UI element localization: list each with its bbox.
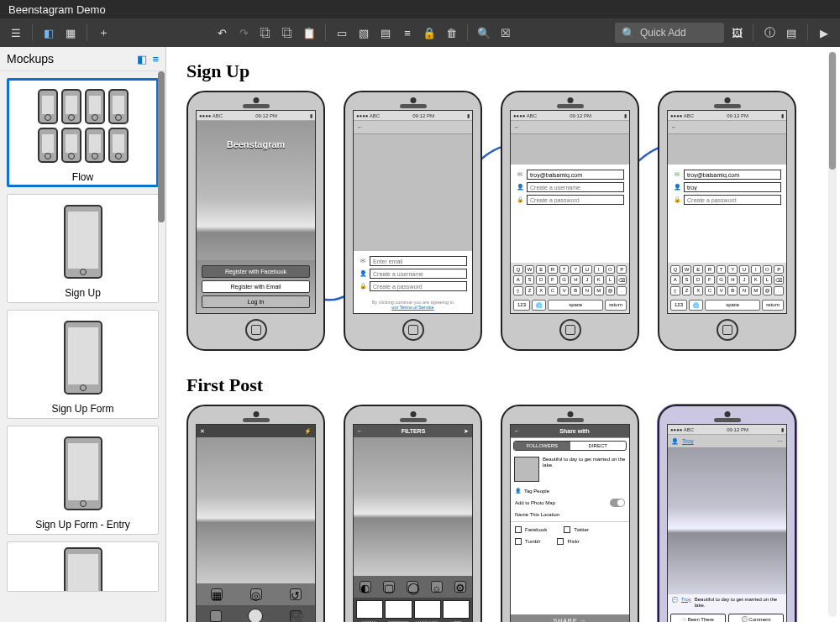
phone-mockup[interactable]: ●●●● ABC09:12 PM▮ Beenstagram Register w… bbox=[186, 91, 325, 351]
password-field[interactable] bbox=[527, 195, 624, 205]
markup-toggle-icon[interactable]: ☒ bbox=[496, 24, 515, 42]
share-tabs[interactable]: FOLLOWERSDIRECT bbox=[513, 441, 627, 451]
phone-mockup[interactable]: ←FILTERS➤ ◐ ▢ ◯ ☼ ⚙ NORMALESPRESSOMACCHI… bbox=[344, 405, 482, 622]
back-icon[interactable]: ← bbox=[357, 428, 363, 434]
sidebar-list-icon[interactable]: ≡ bbox=[152, 53, 159, 65]
username-field[interactable] bbox=[684, 182, 781, 192]
home-button[interactable] bbox=[402, 319, 424, 341]
canvas[interactable]: Sign Up ●●●● ABC09:12 PM▮ Beenstagram Re… bbox=[166, 47, 840, 622]
home-button[interactable] bbox=[245, 319, 267, 341]
quick-add-input[interactable] bbox=[640, 27, 717, 39]
phone-mockup[interactable]: ●●●● ABC09:12 PM▮ ← ✉ 👤 🔒 QWERTYUIOP ASD… bbox=[658, 91, 796, 351]
duplicate-icon[interactable]: ⿻ bbox=[278, 24, 297, 42]
hamburger-menu-icon[interactable]: ☰ bbox=[7, 24, 25, 42]
home-button[interactable] bbox=[559, 319, 581, 341]
feed-username[interactable]: Troy bbox=[682, 438, 694, 444]
settings-icon[interactable]: ⚙ bbox=[454, 581, 466, 593]
phone-mockup[interactable]: ✕⚡ ▦ ◎ ↺ 🎥 bbox=[186, 405, 325, 622]
canvas-scrollbar[interactable] bbox=[828, 52, 837, 617]
copy-icon[interactable]: ⿻ bbox=[256, 24, 275, 42]
close-icon[interactable]: ✕ bbox=[200, 428, 205, 435]
username-field[interactable] bbox=[370, 269, 467, 279]
password-field[interactable] bbox=[370, 281, 467, 291]
checkbox-twitter[interactable] bbox=[564, 526, 570, 533]
name-location-row[interactable]: Name This Location bbox=[511, 510, 629, 520]
blur-icon[interactable]: ◯ bbox=[407, 581, 418, 593]
email-field[interactable] bbox=[370, 256, 467, 266]
grid-view-icon[interactable]: ▦ bbox=[61, 24, 80, 42]
redo-icon[interactable]: ↷ bbox=[234, 24, 253, 42]
comment-button[interactable]: 💬 Comment bbox=[728, 614, 784, 622]
keyboard[interactable]: QWERTYUIOP ASDFGHJKL⌫ ⇧ZXCVBNM@. bbox=[668, 263, 786, 298]
paste-icon[interactable]: 📋 bbox=[300, 24, 318, 42]
checkbox-flickr[interactable] bbox=[557, 538, 564, 545]
mockup-item-signup-form[interactable]: Sign Up Form bbox=[7, 310, 159, 419]
filter-thumbnails[interactable] bbox=[354, 598, 472, 621]
send-back-icon[interactable]: ≡ bbox=[398, 24, 417, 42]
user-icon: 👤 bbox=[671, 438, 679, 445]
mockup-item-next[interactable] bbox=[7, 541, 159, 592]
contrast-icon[interactable]: ◐ bbox=[360, 581, 371, 593]
sidebar-view-icon[interactable]: ◧ bbox=[137, 53, 147, 65]
back-icon[interactable]: ← bbox=[514, 124, 520, 130]
toggle-sidebar-icon[interactable]: ◧ bbox=[39, 24, 58, 42]
tos-link[interactable]: our Terms of Service bbox=[391, 305, 433, 310]
delete-icon[interactable]: 🗑 bbox=[442, 24, 460, 42]
mockup-list[interactable]: Flow Sign Up Sign Up Form Sign Up Form -… bbox=[0, 71, 165, 622]
register-email-button[interactable]: Register with Email bbox=[202, 280, 310, 293]
more-icon[interactable]: ⋯ bbox=[777, 438, 783, 445]
back-icon[interactable]: ← bbox=[357, 124, 363, 130]
switch-cam-icon[interactable]: ↺ bbox=[290, 588, 302, 600]
sidebar-scrollbar[interactable] bbox=[157, 71, 165, 622]
focus-icon[interactable]: ◎ bbox=[250, 588, 262, 600]
register-facebook-button[interactable]: Register with Facebook bbox=[202, 265, 310, 278]
notes-icon[interactable]: ▤ bbox=[782, 24, 801, 42]
phone-mockup-selected[interactable]: ●●●● ABC09:12 PM▮ 👤Troy⋯ 💬TroyBeautiful … bbox=[658, 405, 796, 622]
shutter-button[interactable] bbox=[248, 609, 263, 622]
quick-add-search[interactable]: 🔍 bbox=[615, 23, 724, 43]
been-there-button[interactable]: ♡ Been There bbox=[670, 614, 726, 622]
password-field[interactable] bbox=[684, 195, 781, 205]
zoom-icon[interactable]: 🔍 bbox=[475, 24, 493, 42]
toggle-switch[interactable] bbox=[610, 499, 625, 507]
phone-mockup[interactable]: ●●●● ABC09:12 PM▮ ← ✉ 👤 🔒 QWERTYUIOP ASD… bbox=[501, 91, 639, 351]
mockup-item-flow[interactable]: Flow bbox=[7, 78, 159, 187]
keyboard[interactable]: QWERTYUIOP ASDFGHJKL⌫ ⇧ZXCVBNM@. bbox=[511, 263, 629, 298]
flash-icon[interactable]: ⚡ bbox=[304, 428, 312, 435]
tag-people-row[interactable]: 👤Tag People bbox=[511, 485, 629, 496]
email-field[interactable] bbox=[684, 170, 781, 180]
back-icon[interactable]: ← bbox=[514, 428, 520, 434]
grid-icon[interactable]: ▦ bbox=[211, 588, 223, 600]
assets-icon[interactable]: 🖼 bbox=[727, 24, 746, 42]
username-field[interactable] bbox=[527, 182, 624, 192]
share-title: Share with bbox=[523, 428, 626, 434]
present-icon[interactable]: ▶ bbox=[815, 24, 833, 42]
photo-map-row[interactable]: Add to Photo Map bbox=[511, 496, 629, 510]
checkbox-facebook[interactable] bbox=[515, 526, 522, 533]
checkbox-tumblr[interactable] bbox=[515, 538, 522, 545]
phone-mockup[interactable]: ←Share with FOLLOWERSDIRECT Beautiful to… bbox=[501, 405, 639, 622]
comment-icon: 💬 bbox=[672, 597, 678, 609]
gallery-icon[interactable] bbox=[210, 610, 222, 622]
back-icon[interactable]: ← bbox=[671, 124, 677, 130]
comment-user[interactable]: Troy bbox=[681, 597, 691, 609]
home-button[interactable] bbox=[717, 319, 738, 341]
mockup-item-signup[interactable]: Sign Up bbox=[7, 194, 159, 303]
lock-icon[interactable]: 🔒 bbox=[420, 24, 438, 42]
next-icon[interactable]: ➤ bbox=[464, 428, 469, 435]
ungroup-icon[interactable]: ▧ bbox=[354, 24, 373, 42]
brightness-icon[interactable]: ☼ bbox=[431, 581, 443, 593]
share-button[interactable]: SHARE → bbox=[511, 614, 629, 622]
email-field[interactable] bbox=[527, 170, 624, 180]
undo-icon[interactable]: ↶ bbox=[213, 24, 231, 42]
login-button[interactable]: Log In bbox=[202, 295, 310, 308]
info-icon[interactable]: ⓘ bbox=[760, 24, 779, 42]
phone-mockup[interactable]: ●●●● ABC09:12 PM▮ ← ✉ 👤 🔒 By clicking co… bbox=[344, 91, 482, 351]
group-icon[interactable]: ▭ bbox=[333, 24, 351, 42]
add-icon[interactable]: ＋ bbox=[94, 24, 113, 42]
border-icon[interactable]: ▢ bbox=[383, 581, 395, 593]
mockup-item-signup-entry[interactable]: Sign Up Form - Entry bbox=[7, 426, 159, 535]
caption-text[interactable]: Beautiful to day to get married on the l… bbox=[543, 457, 626, 482]
bring-front-icon[interactable]: ▤ bbox=[376, 24, 395, 42]
video-icon[interactable]: 🎥 bbox=[290, 610, 302, 622]
